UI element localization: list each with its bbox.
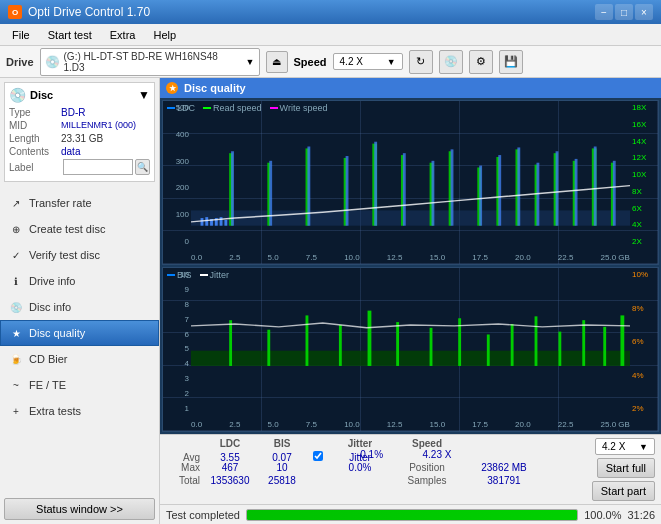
progress-percentage: 100.0% xyxy=(584,509,621,521)
menu-help[interactable]: Help xyxy=(145,27,184,43)
max-bis: 10 xyxy=(256,462,308,473)
svg-rect-36 xyxy=(575,159,578,226)
bottom-chart-svg xyxy=(191,282,630,368)
window-controls: − □ × xyxy=(595,4,653,20)
cd-bier-icon: 🍺 xyxy=(9,352,23,366)
disc-panel: 💿 Disc ▼ Type BD-R MID MILLENMR1 (000) L… xyxy=(4,82,155,182)
disc-type-row: Type BD-R xyxy=(9,107,150,118)
svg-rect-31 xyxy=(479,166,482,226)
maximize-button[interactable]: □ xyxy=(615,4,633,20)
ldc-dot xyxy=(167,107,175,109)
ldc-label: LDC xyxy=(177,103,195,113)
disc-menu-icon[interactable]: ▼ xyxy=(138,88,150,102)
sidebar-item-drive-info[interactable]: ℹ Drive info xyxy=(0,268,159,294)
bottom-legend: BIS Jitter xyxy=(167,270,229,280)
menubar: File Start test Extra Help xyxy=(0,24,661,46)
disc-button[interactable]: 💿 xyxy=(439,50,463,74)
transfer-rate-label: Transfer rate xyxy=(29,197,92,209)
toolbar: Drive 💿 (G:) HL-DT-ST BD-RE WH16NS48 1.D… xyxy=(0,46,661,78)
disc-quality-label: Disc quality xyxy=(29,327,85,339)
svg-rect-42 xyxy=(306,315,309,366)
menu-start-test[interactable]: Start test xyxy=(40,27,100,43)
speed-select[interactable]: 4.2 X ▼ xyxy=(333,53,403,70)
samples-value: 381791 xyxy=(462,475,546,486)
sidebar-item-extra-tests[interactable]: + Extra tests xyxy=(0,398,159,424)
svg-rect-52 xyxy=(582,320,585,366)
total-row: Total 1353630 25818 Samples 381791 xyxy=(166,475,586,486)
type-value: BD-R xyxy=(61,107,85,118)
label-input[interactable] xyxy=(63,159,133,175)
right-controls: 4.2 X ▼ Start full Start part xyxy=(592,438,655,501)
speed-col-header: Speed xyxy=(392,438,462,449)
sidebar-item-disc-info[interactable]: 💿 Disc info xyxy=(0,294,159,320)
contents-label: Contents xyxy=(9,146,61,157)
sidebar-item-verify-test-disc[interactable]: ✓ Verify test disc xyxy=(0,242,159,268)
samples-label: Samples xyxy=(392,475,462,486)
bottom-x-axis: 0.0 2.5 5.0 7.5 10.0 12.5 15.0 17.5 20.0… xyxy=(191,417,630,431)
start-full-button[interactable]: Start full xyxy=(597,458,655,478)
mid-label: MID xyxy=(9,120,61,131)
svg-rect-50 xyxy=(535,316,538,366)
svg-rect-40 xyxy=(229,320,232,366)
label-button[interactable]: 🔍 xyxy=(135,159,150,175)
svg-rect-0 xyxy=(191,210,630,225)
speed-select-value: 4.2 X xyxy=(602,441,625,452)
svg-rect-51 xyxy=(558,332,561,366)
svg-rect-29 xyxy=(431,161,434,226)
extra-tests-label: Extra tests xyxy=(29,405,81,417)
status-bar: Test completed 100.0% 31:26 xyxy=(160,504,661,524)
sidebar-item-create-test-disc[interactable]: ⊕ Create test disc xyxy=(0,216,159,242)
sidebar-item-cd-bier[interactable]: 🍺 CD Bier xyxy=(0,346,159,372)
verify-test-disc-icon: ✓ xyxy=(9,248,23,262)
titlebar: O Opti Drive Control 1.70 − □ × xyxy=(0,0,661,24)
close-button[interactable]: × xyxy=(635,4,653,20)
sidebar-nav: ↗ Transfer rate ⊕ Create test disc ✓ Ver… xyxy=(0,190,159,424)
svg-rect-35 xyxy=(556,151,559,225)
fe-te-label: FE / TE xyxy=(29,379,66,391)
drive-label: Drive xyxy=(6,56,34,68)
max-row: Max 467 10 0.0% Position 23862 MB xyxy=(166,462,586,473)
avg-bis: 0.07 xyxy=(256,452,308,463)
type-label: Type xyxy=(9,107,61,118)
sidebar-item-transfer-rate[interactable]: ↗ Transfer rate xyxy=(0,190,159,216)
jitter-label: Jitter xyxy=(210,270,230,280)
chart-title: Disc quality xyxy=(184,82,246,94)
eject-button[interactable]: ⏏ xyxy=(266,51,288,73)
drive-info-label: Drive info xyxy=(29,275,75,287)
svg-rect-27 xyxy=(374,142,377,226)
start-part-button[interactable]: Start part xyxy=(592,481,655,501)
ldc-col-header: LDC xyxy=(204,438,256,449)
save-button[interactable]: 💾 xyxy=(499,50,523,74)
speed-select-stats[interactable]: 4.2 X ▼ xyxy=(595,438,655,455)
disc-length-row: Length 23.31 GB xyxy=(9,133,150,144)
drive-select[interactable]: 💿 (G:) HL-DT-ST BD-RE WH16NS48 1.D3 ▼ xyxy=(40,48,260,76)
svg-rect-48 xyxy=(487,334,490,365)
svg-rect-37 xyxy=(594,146,597,225)
status-window-button[interactable]: Status window >> xyxy=(4,498,155,520)
bis-legend: BIS xyxy=(167,270,192,280)
minimize-button[interactable]: − xyxy=(595,4,613,20)
bis-label: BIS xyxy=(177,270,192,280)
svg-rect-28 xyxy=(403,153,406,226)
mid-value: MILLENMR1 (000) xyxy=(61,120,136,131)
menu-extra[interactable]: Extra xyxy=(102,27,144,43)
elapsed-time: 31:26 xyxy=(627,509,655,521)
sidebar-item-disc-quality[interactable]: ★ Disc quality xyxy=(0,320,159,346)
sidebar-item-fe-te[interactable]: ~ FE / TE xyxy=(0,372,159,398)
jitter-legend: Jitter xyxy=(200,270,230,280)
settings-button[interactable]: ⚙ xyxy=(469,50,493,74)
svg-rect-33 xyxy=(517,147,520,225)
drive-name: (G:) HL-DT-ST BD-RE WH16NS48 1.D3 xyxy=(64,51,242,73)
jitter-checkbox[interactable] xyxy=(313,451,323,461)
bis-col-header: BIS xyxy=(256,438,308,449)
jitter-col-header: Jitter xyxy=(328,438,392,449)
read-speed-legend: Read speed xyxy=(203,103,262,113)
refresh-button[interactable]: ↻ xyxy=(409,50,433,74)
label-label: Label xyxy=(9,162,61,173)
svg-rect-44 xyxy=(368,311,372,366)
app-title: Opti Drive Control 1.70 xyxy=(28,5,150,19)
create-test-disc-icon: ⊕ xyxy=(9,222,23,236)
app-icon: O xyxy=(8,5,22,19)
menu-file[interactable]: File xyxy=(4,27,38,43)
contents-value: data xyxy=(61,146,80,157)
